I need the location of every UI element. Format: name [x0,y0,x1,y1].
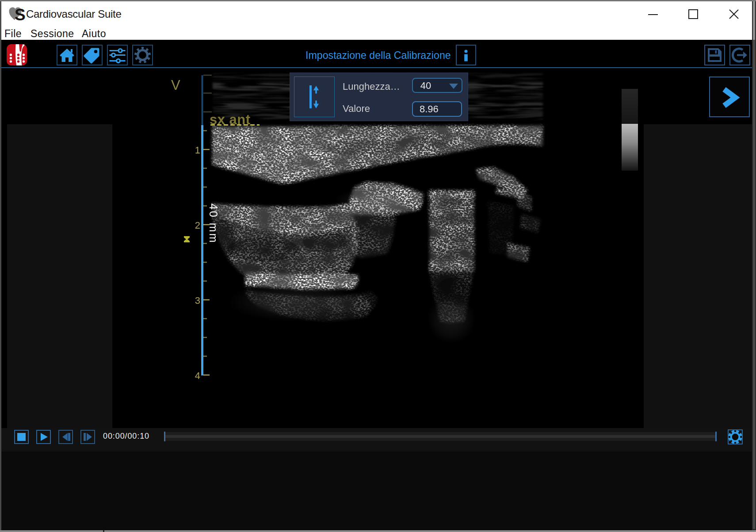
svg-text:40 mm: 40 mm [207,203,220,244]
svg-text:3: 3 [195,295,200,306]
svg-text:4: 4 [195,370,200,381]
svg-text:2: 2 [195,220,200,231]
svg-text:V: V [171,77,180,93]
svg-text:S: S [15,6,26,23]
svg-text:1: 1 [195,145,200,156]
